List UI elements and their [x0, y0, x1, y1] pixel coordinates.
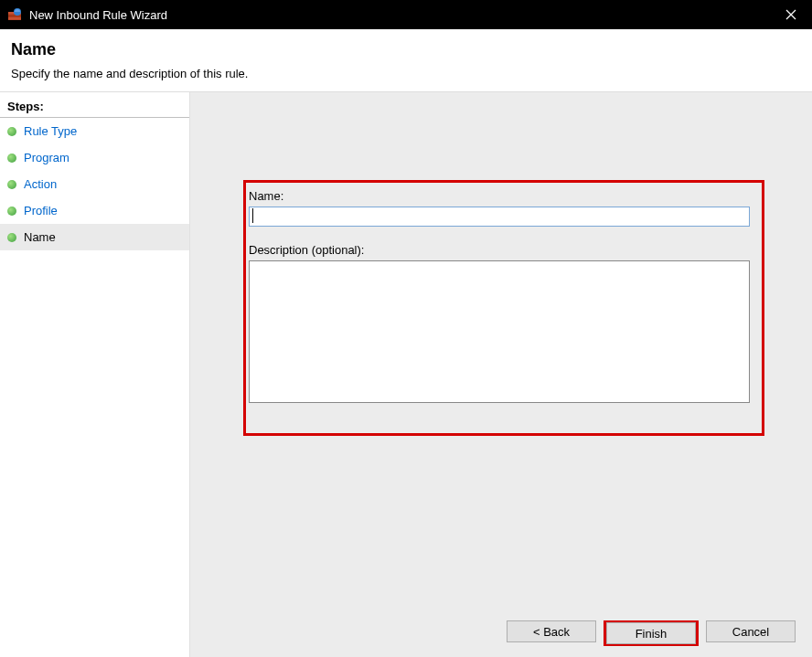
titlebar: New Inbound Rule Wizard [0, 0, 812, 29]
content-area: Steps: Rule Type Program Action Profile … [0, 91, 812, 657]
step-program[interactable]: Program [0, 144, 189, 171]
bullet-icon [7, 180, 16, 189]
name-label: Name: [249, 189, 752, 203]
page-subtitle: Specify the name and description of this… [11, 67, 801, 80]
finish-highlight-box: Finish [604, 620, 699, 646]
close-button[interactable] [770, 0, 812, 29]
page-title: Name [11, 40, 801, 59]
text-cursor [252, 208, 253, 223]
description-label: Description (optional): [249, 243, 752, 257]
main-panel: Name: Description (optional): < Back Fin… [190, 92, 812, 657]
step-label: Rule Type [24, 124, 77, 138]
bullet-icon [7, 154, 16, 163]
description-textarea[interactable] [249, 260, 750, 403]
name-input[interactable] [249, 207, 750, 227]
bullet-icon [7, 233, 16, 242]
back-button[interactable]: < Back [507, 620, 596, 642]
cancel-button[interactable]: Cancel [706, 620, 796, 642]
bullet-icon [7, 207, 16, 216]
step-label: Action [24, 177, 57, 191]
step-action[interactable]: Action [0, 171, 189, 197]
wizard-header: Name Specify the name and description of… [0, 29, 812, 91]
step-profile[interactable]: Profile [0, 197, 189, 224]
close-icon [785, 9, 796, 20]
step-label: Program [24, 151, 69, 164]
step-label: Profile [24, 204, 58, 217]
window-title: New Inbound Rule Wizard [29, 8, 167, 22]
step-label: Name [24, 230, 56, 244]
firewall-icon [7, 7, 22, 22]
form-area: Name: Description (optional): [249, 189, 752, 406]
svg-rect-3 [8, 17, 21, 20]
finish-button[interactable]: Finish [606, 622, 696, 644]
step-rule-type[interactable]: Rule Type [0, 118, 189, 144]
wizard-buttons: < Back Finish Cancel [507, 620, 796, 646]
steps-header: Steps: [0, 96, 189, 118]
bullet-icon [7, 127, 16, 136]
steps-sidebar: Steps: Rule Type Program Action Profile … [0, 92, 190, 657]
step-name[interactable]: Name [0, 224, 189, 250]
